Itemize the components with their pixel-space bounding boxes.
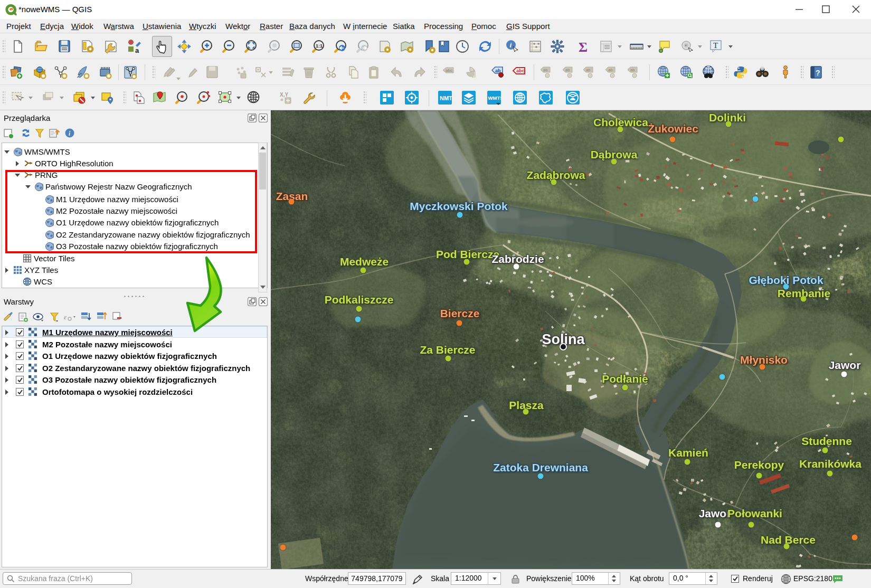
svg-text:abc: abc	[516, 68, 525, 73]
svg-text:1:1: 1:1	[316, 43, 323, 49]
svg-text:ε: ε	[64, 313, 67, 321]
svg-text:X,Y: X,Y	[280, 92, 288, 98]
svg-text:ab: ab	[565, 68, 570, 72]
svg-text:WMTS: WMTS	[488, 95, 502, 101]
svg-text:T: T	[713, 41, 718, 50]
svg-text:ab: ab	[608, 68, 612, 72]
svg-text:ab: ab	[543, 68, 547, 72]
svg-text:i: i	[510, 41, 512, 49]
svg-text:?: ?	[816, 69, 820, 77]
svg-text:Σ: Σ	[579, 40, 588, 54]
svg-text:ab: ab	[586, 68, 590, 72]
svg-text:ab: ab	[630, 68, 635, 72]
svg-text:abc: abc	[446, 68, 452, 73]
svg-text:a: a	[135, 46, 139, 54]
svg-text:NMT: NMT	[440, 95, 452, 101]
svg-text:ab: ab	[495, 68, 501, 73]
